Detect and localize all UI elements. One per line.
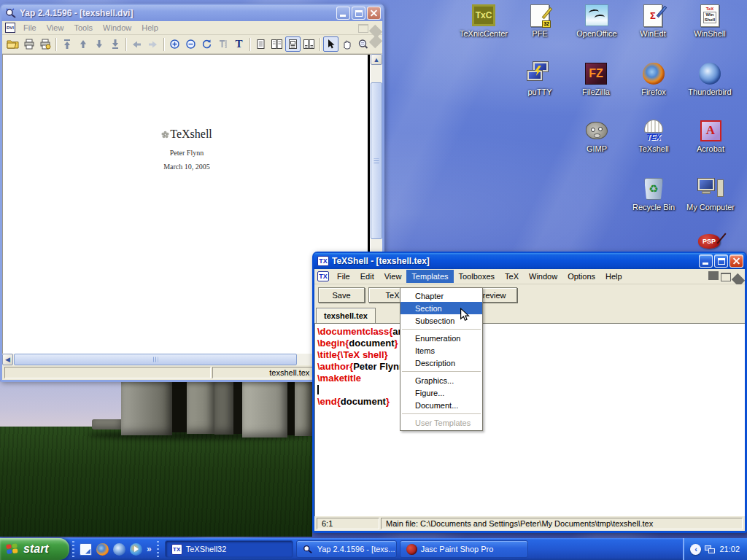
desktop-icon-recycle-bin[interactable]: ♻ Recycle Bin [623,176,684,211]
stone-pillar [214,381,233,435]
taskbar-button-texshell[interactable]: TX TeXShell32 [165,540,293,558]
menu-item-enumeration[interactable]: Enumeration [400,332,482,344]
menu-edit[interactable]: Edit [355,270,379,283]
texshell-minimize-button[interactable] [699,254,713,268]
yap-menu-window[interactable]: Window [98,21,136,34]
next-page-icon[interactable] [91,36,107,52]
texshell-titlebar[interactable]: TX TeXShell - [texshell.tex] [314,253,746,269]
desktop-icon-texshell[interactable]: TEX TeXshell [623,118,684,153]
magnifier-tool-icon[interactable] [355,36,371,52]
desktop-icon-thunderbird[interactable]: Thunderbird [679,61,740,96]
yap-mdi-close-button[interactable] [369,23,379,32]
menu-tex[interactable]: TeX [500,270,524,283]
yap-minimize-button[interactable] [336,7,350,20]
tab-texshell-tex[interactable]: texshell.tex [316,308,376,323]
desktop-icon-gimp[interactable]: GIMP [566,118,627,153]
texshell-close-button[interactable] [729,254,743,268]
texniccenter-icon: TxC [471,3,497,28]
print-setup-icon[interactable] [37,36,53,52]
firefox-quicklaunch-icon[interactable] [96,543,109,556]
start-button[interactable]: start [0,538,69,560]
desktop-icon-acrobat[interactable]: A Acrobat [680,118,741,153]
yap-menu-file[interactable]: File [18,21,42,34]
scroll-up-button[interactable]: ▲ [371,54,382,65]
desktop-icon-pfe[interactable]: 32 PFE [509,3,570,38]
stone-pillar [187,381,214,434]
menu-options[interactable]: Options [562,270,600,283]
menu-item-description[interactable]: Description [400,357,482,369]
mdi-minimize-button[interactable] [707,272,717,281]
previous-page-icon[interactable] [75,36,90,52]
desktop-icon-openoffice[interactable]: OpenOffice [566,3,627,38]
horizontal-scroll-thumb[interactable] [14,354,297,365]
mdi-close-button[interactable] [732,272,742,281]
continuous-facing-view-icon[interactable] [301,36,317,52]
text-caret [317,385,319,394]
psp-task-icon [406,544,417,555]
taskbar-button-paint-shop-pro[interactable]: Jasc Paint Shop Pro [400,540,528,558]
hand-tool-icon[interactable] [339,36,355,52]
yap-mdi-restore-button[interactable] [357,23,367,32]
taskbar-clock[interactable]: 21:02 [719,545,740,553]
code-editor[interactable]: \documentclass{article} \begin{document}… [314,323,745,516]
refresh-icon[interactable] [199,36,214,52]
menu-toolboxes[interactable]: Toolboxes [454,270,500,283]
yap-menu-tools[interactable]: Tools [69,21,98,34]
forward-icon[interactable] [145,36,160,52]
desktop-icon-winshell[interactable]: TeX WinShell WinShell [679,3,740,38]
menu-item-graphics[interactable]: Graphics... [400,374,482,386]
menu-item-document[interactable]: Document... [400,399,482,411]
yap-maximize-button[interactable] [352,7,365,20]
my-computer-icon [697,176,724,201]
menu-item-figure[interactable]: Figure... [400,386,482,399]
vertical-scroll-thumb[interactable] [371,82,382,239]
desktop-icon-my-computer[interactable]: My Computer [680,176,741,211]
media-player-quicklaunch-icon[interactable] [130,543,142,556]
menu-window[interactable]: Window [524,270,562,283]
select-tool-icon[interactable] [323,36,338,52]
text-mode-icon[interactable]: T [231,36,247,52]
ruler-mode-icon[interactable] [215,36,231,52]
desktop-icon-firefox[interactable]: Firefox [623,61,684,96]
desktop-icon-texniccenter[interactable]: TxC TeXnicCenter [453,3,514,38]
first-page-icon[interactable] [59,36,74,52]
yap-menu-view[interactable]: View [42,21,69,34]
menu-item-chapter[interactable]: Chapter [400,289,482,302]
texshell-window: TX TeXShell - [texshell.tex] TX File Edi… [312,252,747,533]
zoom-out-icon[interactable] [183,36,198,52]
desktop-icon-filezilla[interactable]: FZ FileZilla [565,61,627,96]
taskbar-button-yap[interactable]: Yap 2.4.1596 - [texs... [296,540,397,558]
back-icon[interactable] [129,36,144,52]
yap-titlebar[interactable]: Yap 2.4.1596 - [texshell.dvi] [1,5,383,21]
yap-task-icon [303,544,314,555]
print-icon[interactable] [21,36,36,52]
single-page-view-icon[interactable] [253,36,268,52]
menu-file[interactable]: File [332,270,355,283]
desktop-icon-winedt[interactable]: Σ WinEdt [622,3,684,38]
desktop-icon-paint-shop-pro[interactable]: PSP [678,232,740,251]
taskband-handle[interactable] [157,541,159,557]
zoom-in-icon[interactable] [167,36,182,52]
open-folder-icon[interactable] [5,36,20,52]
continuous-view-icon[interactable] [285,36,301,52]
thunderbird-quicklaunch-icon[interactable] [113,543,125,556]
network-tray-icon[interactable] [705,544,716,555]
show-desktop-icon[interactable] [80,543,92,556]
save-button[interactable]: Save [318,287,365,303]
menu-help[interactable]: Help [600,270,627,283]
menu-view[interactable]: View [379,270,407,283]
facing-page-view-icon[interactable] [269,36,285,52]
quick-launch-more-chevron[interactable]: » [147,544,152,554]
quick-launch-handle[interactable] [72,541,74,557]
texshell-maximize-button[interactable] [714,254,728,268]
yap-menu-help[interactable]: Help [136,21,163,34]
menu-item-items[interactable]: Items [400,344,482,357]
desktop-icon-putty[interactable]: puTTY [509,61,570,96]
last-page-icon[interactable] [107,36,123,52]
yap-close-button[interactable] [367,7,381,20]
scroll-left-button[interactable]: ◀ [2,354,13,365]
status-cursor-position: 6:1 [317,518,379,529]
mdi-restore-button[interactable] [719,272,729,281]
tray-collapse-chevron[interactable]: ‹ [690,544,701,555]
menu-templates[interactable]: Templates [406,270,453,283]
